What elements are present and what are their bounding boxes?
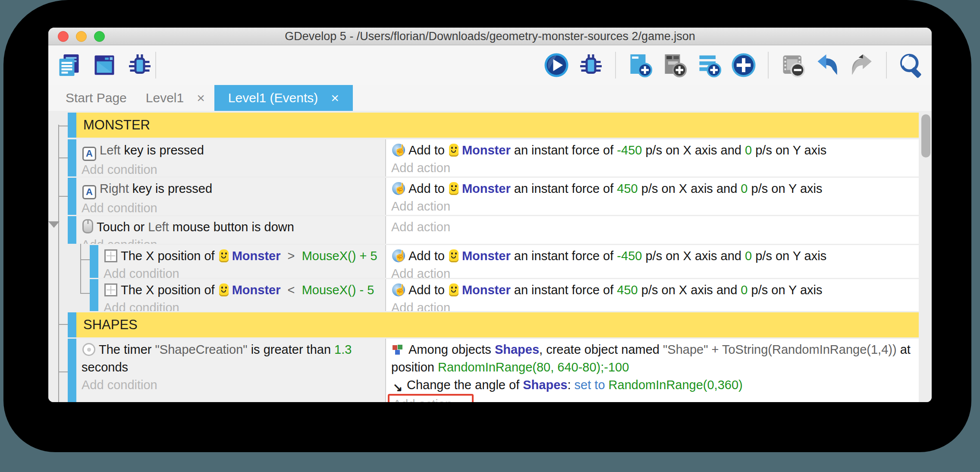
event-row: Left key is pressed Add condition Add to… [68, 139, 919, 176]
subtree-connector [80, 293, 90, 294]
undo-icon[interactable] [814, 52, 840, 78]
scrollbar-thumb[interactable] [921, 114, 930, 157]
force-icon [392, 182, 405, 195]
group-header[interactable]: SHAPES [76, 312, 919, 337]
group-header[interactable]: MONSTER [76, 113, 919, 138]
add-action-button[interactable]: Add action [391, 218, 913, 236]
tab-level1[interactable]: Level1 × [136, 85, 214, 111]
debug-icon[interactable] [578, 52, 604, 78]
conditions-cell[interactable]: The timer "ShapeCreation" is greater tha… [76, 339, 385, 402]
monster-icon [449, 249, 459, 262]
add-condition-button[interactable]: Add condition [104, 299, 379, 311]
tree-connector [58, 371, 68, 372]
add-action-button[interactable]: Add action [391, 265, 913, 278]
tree-connector [58, 126, 68, 126]
monster-icon [449, 283, 459, 296]
timer-icon [82, 343, 95, 356]
monster-icon [449, 144, 459, 157]
tab-label: Level1 (Events) [228, 91, 318, 105]
actions-cell[interactable]: Add action [385, 216, 919, 244]
add-condition-button[interactable]: Add condition [82, 236, 379, 244]
add-action-button[interactable]: Add action [391, 198, 913, 215]
tab-close-icon[interactable]: × [197, 90, 205, 106]
conditions-cell[interactable]: The X position of Monster > MouseX() + 5… [98, 245, 385, 278]
add-subevent-icon[interactable] [662, 52, 688, 78]
create-icon [392, 344, 405, 356]
condition-text[interactable]: Right key is pressed [82, 180, 379, 199]
xpos-icon [104, 249, 117, 262]
tab-close-icon[interactable]: × [331, 90, 339, 106]
tab-label: Start Page [66, 91, 127, 105]
conditions-cell[interactable]: Left key is pressed Add condition [76, 139, 385, 176]
conditions-cell[interactable]: Right key is pressed Add condition [76, 178, 385, 215]
subtree-line [80, 241, 81, 294]
keyboard-icon [82, 185, 96, 199]
actions-cell[interactable]: Among objects Shapes, create object name… [385, 339, 919, 402]
toggle-disabled-icon[interactable] [780, 52, 806, 78]
condition-text[interactable]: The timer "ShapeCreation" is greater tha… [82, 341, 379, 376]
tree-line [58, 125, 59, 402]
force-icon [392, 144, 405, 157]
add-more-event-icon[interactable] [731, 52, 757, 78]
events-sheet: MONSTER Left key is pressed Add conditio… [48, 111, 932, 402]
add-condition-button[interactable]: Add condition [82, 199, 379, 215]
subtree-connector [80, 259, 90, 260]
zoom-button[interactable] [94, 31, 105, 42]
tab-label: Level1 [146, 91, 184, 105]
conditions-cell[interactable]: The X position of Monster < MouseX() - 5… [98, 279, 385, 311]
search-icon[interactable] [898, 52, 924, 78]
condition-text[interactable]: The X position of Monster < MouseX() - 5 [104, 281, 379, 299]
actions-cell[interactable]: Add to Monster an instant force of -450 … [385, 245, 919, 278]
debugger-icon[interactable] [127, 52, 153, 78]
condition-text[interactable]: Touch or Left mouse button is down [82, 218, 379, 236]
condition-text[interactable]: The X position of Monster > MouseX() + 5 [104, 247, 379, 265]
tree-connector [58, 324, 68, 325]
titlebar: GDevelop 5 - /Users/florian/Downloads/ge… [48, 28, 932, 45]
add-comment-icon[interactable] [696, 52, 722, 78]
group-row-monster[interactable]: MONSTER [68, 113, 919, 138]
actions-cell[interactable]: Add to Monster an instant force of 450 p… [385, 178, 919, 215]
play-icon[interactable] [543, 52, 569, 78]
event-row: Touch or Left mouse button is down Add c… [68, 216, 919, 244]
subevent-row: The X position of Monster > MouseX() + 5… [90, 245, 919, 278]
tab-start-page[interactable]: Start Page [56, 85, 136, 111]
project-manager-icon[interactable] [56, 52, 82, 78]
event-color-bar [68, 312, 76, 337]
subevent-row: The X position of Monster < MouseX() - 5… [90, 279, 919, 311]
tab-level1-events[interactable]: Level1 (Events) × [214, 85, 353, 111]
add-condition-button[interactable]: Add condition [82, 161, 379, 176]
add-condition-button[interactable]: Add condition [104, 265, 379, 278]
toolbar-left-group [56, 52, 153, 78]
force-icon [392, 283, 405, 296]
actions-cell[interactable]: Add to Monster an instant force of -450 … [385, 139, 919, 176]
actions-cell[interactable]: Add to Monster an instant force of 450 p… [385, 279, 919, 311]
event-row: Right key is pressed Add condition Add t… [68, 178, 919, 215]
condition-text[interactable]: Left key is pressed [82, 142, 379, 161]
action-text[interactable]: Add to Monster an instant force of 450 p… [391, 180, 913, 198]
toolbar-divider [155, 52, 156, 79]
toolbar-right-group [543, 52, 924, 79]
tree-connector [58, 157, 68, 158]
conditions-cell[interactable]: Touch or Left mouse button is down Add c… [76, 216, 385, 244]
screen: GDevelop 5 - /Users/florian/Downloads/ge… [0, 0, 980, 472]
event-row: The timer "ShapeCreation" is greater tha… [68, 339, 919, 402]
event-color-bar [90, 245, 98, 278]
action-text[interactable]: Add to Monster an instant force of -450 … [391, 142, 913, 159]
add-event-icon[interactable] [627, 52, 653, 78]
minimize-button[interactable] [76, 31, 87, 42]
close-button[interactable] [58, 31, 69, 42]
action-text[interactable]: Change the angle of Shapes: set to Rando… [391, 376, 913, 394]
traffic-lights [58, 28, 105, 45]
redo-icon[interactable] [849, 52, 875, 78]
add-action-button[interactable]: Add action [391, 299, 913, 311]
group-row-shapes[interactable]: SHAPES [68, 312, 919, 337]
action-text[interactable]: Add to Monster an instant force of 450 p… [391, 281, 913, 299]
action-text[interactable]: Add to Monster an instant force of -450 … [391, 247, 913, 265]
action-text[interactable]: Among objects Shapes, create object name… [391, 341, 913, 376]
add-action-button[interactable]: Add action [391, 159, 913, 176]
toolbar [48, 45, 932, 85]
scene-editor-icon[interactable] [91, 52, 117, 78]
add-condition-button[interactable]: Add condition [82, 376, 379, 394]
expand-toggle-icon[interactable] [48, 221, 60, 228]
add-action-button-highlighted[interactable]: Add action [388, 394, 474, 402]
